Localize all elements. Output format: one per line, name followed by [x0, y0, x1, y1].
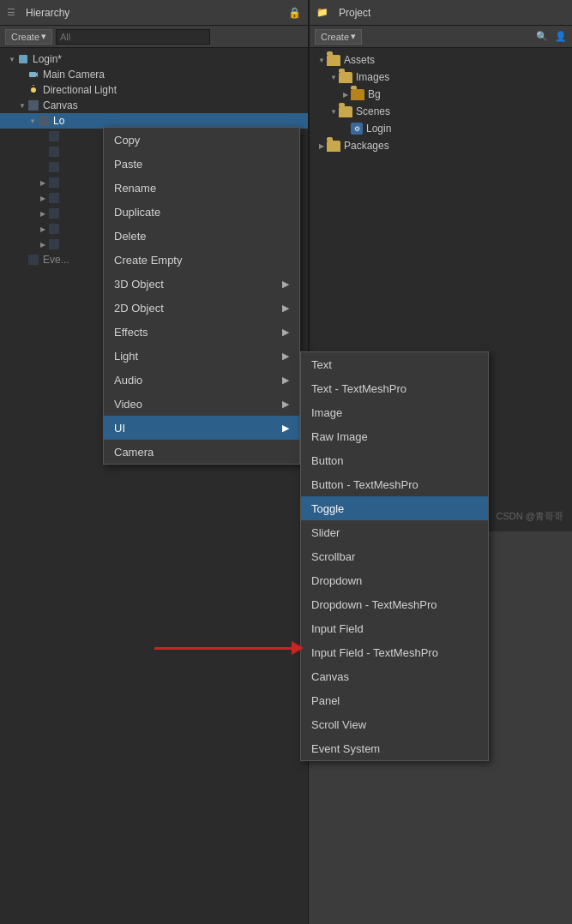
submenu-panel[interactable]: Panel	[301, 688, 488, 712]
assets-label: Assets	[344, 54, 375, 66]
context-menu-camera[interactable]: Camera	[104, 440, 299, 464]
hierarchy-toolbar: Create ▾	[0, 26, 308, 48]
assets-folder-icon	[327, 55, 340, 66]
login-scene-icon: ⚙	[351, 123, 363, 135]
context-menu-video[interactable]: Video ▶	[104, 392, 299, 416]
images-label: Images	[356, 71, 389, 83]
submenu-dropdown-textmeshpro[interactable]: Dropdown - TextMeshPro	[301, 592, 488, 616]
context-menu-effects[interactable]: Effects ▶	[104, 320, 299, 344]
project-item-assets[interactable]: Assets	[310, 51, 572, 69]
canvas-icon	[27, 99, 39, 111]
context-menu-duplicate[interactable]: Duplicate	[104, 200, 299, 224]
context-menu-paste[interactable]: Paste	[104, 152, 299, 176]
context-menu-delete[interactable]: Delete	[104, 224, 299, 248]
project-header: 📁 Project	[310, 0, 572, 26]
context-menu-ui[interactable]: UI ▶	[104, 416, 299, 440]
submenu-slider[interactable]: Slider	[301, 520, 488, 544]
submenu-raw-image[interactable]: Raw Image	[301, 424, 488, 448]
hierarchy-header: ☰ Hierarchy 🔒	[0, 0, 308, 26]
submenu-text[interactable]: Text	[301, 352, 488, 376]
scenes-folder-icon	[339, 106, 352, 117]
bg-folder-icon	[351, 89, 364, 100]
context-menu-create-empty[interactable]: Create Empty	[104, 248, 299, 272]
main-camera-label: Main Camera	[43, 69, 105, 81]
login-arrow	[27, 116, 38, 126]
tree-item-main-camera[interactable]: Main Camera	[0, 67, 308, 82]
red-arrow-indicator	[154, 641, 304, 655]
submenu-event-system[interactable]: Event System	[301, 736, 488, 760]
project-item-login-scene[interactable]: ⚙ Login	[310, 120, 572, 137]
context-menu-copy[interactable]: Copy	[104, 128, 299, 152]
submenu-button-textmeshpro[interactable]: Button - TextMeshPro	[301, 472, 488, 496]
submenu-arrow: ▶	[282, 279, 289, 290]
scene-icon	[17, 53, 29, 65]
context-menu-light[interactable]: Light ▶	[104, 344, 299, 368]
submenu-image[interactable]: Image	[301, 400, 488, 424]
context-menu-audio[interactable]: Audio ▶	[104, 368, 299, 392]
project-item-images[interactable]: Images	[310, 69, 572, 86]
packages-folder-icon	[327, 141, 340, 152]
menu-icon: ☰	[7, 7, 15, 18]
svg-rect-0	[19, 55, 27, 63]
project-toolbar: Create ▾ 🔍 👤	[310, 26, 572, 48]
scene-arrow	[7, 54, 17, 64]
directional-light-label: Directional Light	[43, 84, 117, 96]
lock-icon: 🔒	[288, 7, 301, 19]
project-menu-icon: 📁	[316, 7, 328, 18]
canvas-arrow	[17, 100, 27, 111]
svg-rect-1	[29, 72, 36, 77]
submenu-text-textmeshpro[interactable]: Text - TextMeshPro	[301, 376, 488, 400]
tree-item-canvas[interactable]: Canvas	[0, 98, 308, 113]
login-icon	[38, 115, 50, 127]
ui-submenu: Text Text - TextMeshPro Image Raw Image …	[300, 351, 489, 761]
login-label: Lo	[53, 115, 64, 127]
submenu-input-field-textmeshpro[interactable]: Input Field - TextMeshPro	[301, 640, 488, 664]
login-scene-label: Login	[366, 123, 391, 135]
svg-marker-2	[36, 72, 38, 77]
project-tab[interactable]: Project	[334, 5, 376, 21]
hierarchy-search-input[interactable]	[56, 29, 210, 45]
images-folder-icon	[339, 72, 352, 83]
project-item-packages[interactable]: Packages	[310, 137, 572, 154]
hierarchy-tab[interactable]: Hierarchy	[21, 5, 75, 21]
scenes-label: Scenes	[356, 105, 390, 117]
canvas-label: Canvas	[43, 99, 78, 111]
arrow-head	[292, 641, 304, 655]
project-create-button[interactable]: Create ▾	[315, 29, 362, 45]
project-item-scenes[interactable]: Scenes	[310, 103, 572, 120]
scene-label: Login*	[33, 53, 62, 65]
light-icon	[27, 84, 39, 96]
add-person-icon: 👤	[555, 31, 567, 42]
tree-item-directional-light[interactable]: Directional Light	[0, 82, 308, 98]
arrow-line	[154, 647, 292, 650]
svg-point-3	[31, 87, 36, 93]
context-menu-3d-object[interactable]: 3D Object ▶	[104, 272, 299, 296]
hierarchy-create-button[interactable]: Create ▾	[5, 29, 52, 45]
context-menu-rename[interactable]: Rename	[104, 176, 299, 200]
submenu-input-field[interactable]: Input Field	[301, 616, 488, 640]
watermark: CSDN @青哥哥	[497, 510, 563, 523]
camera-icon	[27, 69, 39, 81]
event-system-label: Eve...	[43, 254, 69, 266]
scene-root[interactable]: Login*	[0, 51, 308, 67]
hierarchy-panel: ☰ Hierarchy 🔒 Create ▾ Login*	[0, 0, 309, 924]
submenu-dropdown[interactable]: Dropdown	[301, 568, 488, 592]
submenu-scroll-view[interactable]: Scroll View	[301, 712, 488, 736]
context-menu: Copy Paste Rename Duplicate Delete Creat…	[103, 127, 300, 465]
submenu-toggle[interactable]: Toggle	[301, 496, 488, 520]
submenu-scrollbar[interactable]: Scrollbar	[301, 544, 488, 568]
bg-label: Bg	[368, 88, 381, 100]
context-menu-2d-object[interactable]: 2D Object ▶	[104, 296, 299, 320]
submenu-button[interactable]: Button	[301, 448, 488, 472]
search-icon: 🔍	[536, 31, 548, 42]
submenu-canvas[interactable]: Canvas	[301, 664, 488, 688]
project-item-bg[interactable]: Bg	[310, 86, 572, 103]
packages-label: Packages	[344, 140, 389, 152]
